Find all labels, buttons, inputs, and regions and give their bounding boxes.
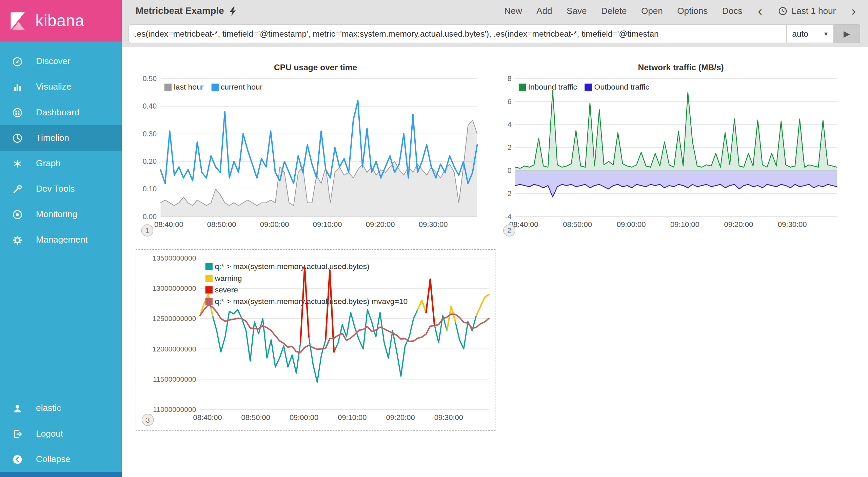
- docs-button[interactable]: Docs: [722, 6, 743, 16]
- gear-icon: [12, 234, 23, 245]
- legend-item[interactable]: q:* > max(system.memory.actual.used.byte…: [205, 297, 408, 306]
- svg-text:09:30:00: 09:30:00: [419, 220, 448, 229]
- legend-item[interactable]: Inbound traffic: [519, 82, 577, 91]
- sidebar-item-graph[interactable]: Graph: [0, 151, 122, 176]
- sidebar-item-label: Visualize: [36, 82, 71, 92]
- network-traffic-chart[interactable]: Network traffic (MB/s) -4-20246808:40:00…: [501, 58, 861, 241]
- svg-text:08:50:00: 08:50:00: [563, 220, 592, 229]
- legend-label: last hour: [174, 82, 204, 91]
- memory-usage-chart[interactable]: 1100000000011500000000120000000001250000…: [136, 249, 495, 431]
- legend-item[interactable]: warning: [205, 274, 408, 283]
- sidebar-item-label: Timelion: [36, 133, 69, 143]
- topbar-menu: New Add Save Delete Open Options Docs ‹ …: [504, 6, 857, 16]
- svg-text:0.50: 0.50: [143, 75, 157, 82]
- options-button[interactable]: Options: [677, 6, 708, 16]
- svg-text:09:30:00: 09:30:00: [778, 220, 807, 229]
- topbar: Metricbeat Example New Add Save Delete O…: [122, 0, 868, 22]
- legend-item[interactable]: current hour: [211, 82, 262, 91]
- sidebar-item-label: Graph: [36, 158, 61, 168]
- svg-text:0.20: 0.20: [143, 157, 157, 165]
- time-forward-button[interactable]: ›: [850, 7, 857, 16]
- add-button[interactable]: Add: [536, 6, 552, 16]
- sidebar-item-logout[interactable]: Logout: [0, 421, 122, 446]
- svg-text:11000000000: 11000000000: [153, 405, 196, 413]
- kibana-logo[interactable]: kibana: [0, 0, 122, 41]
- legend-item[interactable]: severe: [205, 285, 408, 294]
- svg-text:12500000000: 12500000000: [153, 314, 196, 322]
- network-chart-legend: Inbound trafficOutbound traffic: [519, 82, 649, 91]
- compass-icon: [12, 56, 23, 67]
- legend-swatch-icon: [205, 274, 213, 282]
- svg-text:09:20:00: 09:20:00: [366, 220, 395, 229]
- sidebar-item-monitoring[interactable]: Monitoring: [0, 202, 122, 227]
- svg-text:08:50:00: 08:50:00: [241, 413, 270, 422]
- clock-icon: [778, 6, 788, 16]
- svg-text:-2: -2: [505, 190, 512, 197]
- interval-select[interactable]: auto ▾: [786, 24, 833, 43]
- legend-label: Outbound traffic: [594, 82, 649, 91]
- time-range-label: Last 1 hour: [792, 6, 836, 16]
- graph-icon: [12, 158, 23, 169]
- sheet-title-text: Metricbeat Example: [136, 5, 224, 17]
- legend-label: current hour: [221, 82, 262, 91]
- charts-region: CPU usage over time 0.000.100.200.300.40…: [122, 47, 868, 477]
- sidebar: kibana Discover Visualize: [0, 0, 122, 477]
- chevron-down-icon: ▾: [824, 30, 828, 37]
- sidebar-item-visualize[interactable]: Visualize: [0, 74, 122, 100]
- sidebar-item-management[interactable]: Management: [0, 227, 122, 252]
- sidebar-item-dev-tools[interactable]: Dev Tools: [0, 176, 122, 202]
- kibana-app: kibana Discover Visualize: [0, 0, 868, 477]
- svg-text:09:20:00: 09:20:00: [724, 220, 753, 229]
- svg-text:09:10:00: 09:10:00: [670, 220, 699, 229]
- run-expression-button[interactable]: ▶: [834, 24, 860, 43]
- svg-text:09:00:00: 09:00:00: [290, 413, 318, 422]
- svg-text:13000000000: 13000000000: [153, 284, 196, 292]
- svg-text:0.00: 0.00: [143, 213, 157, 221]
- sidebar-bottom-strip: [0, 472, 122, 477]
- svg-text:09:00:00: 09:00:00: [617, 220, 646, 229]
- svg-text:4: 4: [508, 121, 512, 129]
- svg-text:11500000000: 11500000000: [153, 375, 196, 383]
- chart-index-badge: 2: [503, 224, 515, 236]
- clock-chart-icon: [12, 133, 23, 143]
- username-label: elastic: [36, 403, 61, 413]
- legend-item[interactable]: Outbound traffic: [585, 82, 649, 91]
- timelion-expression-input[interactable]: [129, 24, 786, 43]
- sidebar-item-collapse[interactable]: Collapse: [0, 446, 122, 472]
- svg-text:09:30:00: 09:30:00: [434, 413, 463, 422]
- new-button[interactable]: New: [504, 6, 522, 16]
- svg-text:09:20:00: 09:20:00: [386, 413, 415, 422]
- eye-icon: [12, 209, 23, 220]
- chart-index-badge: 1: [141, 224, 153, 236]
- svg-text:6: 6: [508, 98, 512, 106]
- lightning-icon: [229, 6, 236, 16]
- sidebar-item-user[interactable]: elastic: [0, 396, 122, 421]
- sidebar-item-label: Dev Tools: [36, 184, 75, 194]
- kibana-logo-icon: [8, 10, 29, 31]
- sidebar-item-discover[interactable]: Discover: [0, 49, 122, 74]
- logo-text: kibana: [35, 12, 84, 30]
- legend-item[interactable]: q:* > max(system.memory.actual.used.byte…: [205, 262, 408, 271]
- save-button[interactable]: Save: [567, 6, 587, 16]
- legend-item[interactable]: last hour: [164, 82, 203, 91]
- svg-text:2: 2: [508, 144, 512, 151]
- sheet-title: Metricbeat Example: [136, 5, 236, 17]
- cpu-usage-chart[interactable]: CPU usage over time 0.000.100.200.300.40…: [136, 58, 495, 241]
- time-picker-button[interactable]: Last 1 hour: [778, 6, 836, 16]
- svg-text:0.10: 0.10: [143, 185, 157, 193]
- time-back-button[interactable]: ‹: [757, 7, 764, 16]
- sidebar-item-label: Discover: [36, 57, 71, 66]
- delete-button[interactable]: Delete: [601, 6, 627, 16]
- legend-swatch-icon: [205, 286, 213, 293]
- svg-text:13500000000: 13500000000: [153, 254, 196, 262]
- sidebar-item-dashboard[interactable]: Dashboard: [0, 100, 122, 125]
- query-bar: auto ▾ ▶: [122, 22, 868, 47]
- user-icon: [12, 403, 23, 414]
- sidebar-item-timelion[interactable]: Timelion: [0, 125, 122, 151]
- open-button[interactable]: Open: [641, 6, 663, 16]
- svg-text:08:40:00: 08:40:00: [154, 220, 183, 229]
- legend-swatch-icon: [205, 298, 213, 305]
- main-content: Metricbeat Example New Add Save Delete O…: [122, 0, 868, 477]
- chart-index-badge: 3: [142, 414, 154, 426]
- svg-text:09:10:00: 09:10:00: [313, 220, 342, 229]
